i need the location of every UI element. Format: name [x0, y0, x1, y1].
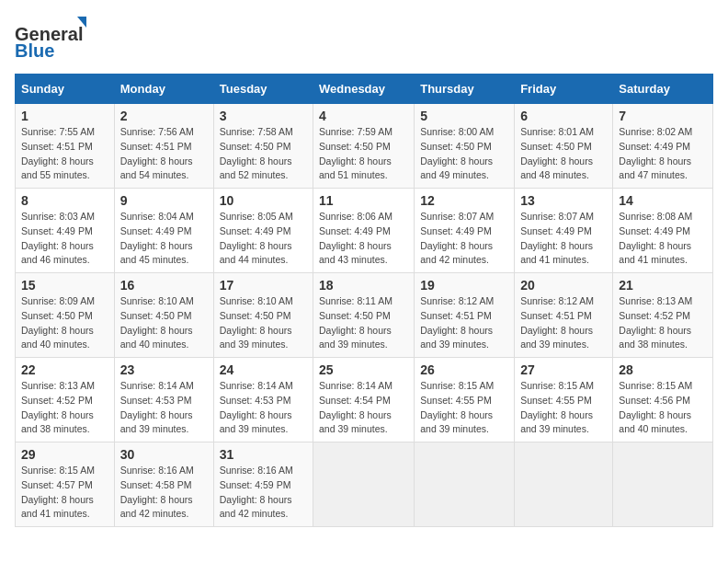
calendar-cell: 3 Sunrise: 7:58 AM Sunset: 4:50 PM Dayli…: [213, 104, 313, 189]
day-info: Sunrise: 8:07 AM Sunset: 4:49 PM Dayligh…: [520, 210, 607, 268]
dow-header-friday: Friday: [515, 75, 613, 104]
day-number: 10: [220, 193, 307, 208]
day-number: 7: [619, 109, 707, 123]
calendar-cell: 13 Sunrise: 8:07 AM Sunset: 4:49 PM Dayl…: [515, 189, 613, 273]
day-info: Sunrise: 8:13 AM Sunset: 4:52 PM Dayligh…: [619, 294, 707, 352]
calendar-cell: 12 Sunrise: 8:07 AM Sunset: 4:49 PM Dayl…: [415, 189, 515, 273]
day-info: Sunrise: 8:03 AM Sunset: 4:49 PM Dayligh…: [21, 210, 108, 268]
calendar-cell: 28 Sunrise: 8:15 AM Sunset: 4:56 PM Dayl…: [613, 358, 713, 442]
calendar-cell: 6 Sunrise: 8:01 AM Sunset: 4:50 PM Dayli…: [515, 104, 613, 189]
calendar-cell: 27 Sunrise: 8:15 AM Sunset: 4:55 PM Dayl…: [515, 358, 613, 442]
day-number: 5: [420, 109, 508, 123]
day-number: 19: [420, 278, 508, 293]
day-number: 14: [619, 193, 707, 208]
calendar-cell: [613, 442, 713, 527]
calendar-cell: 2 Sunrise: 7:56 AM Sunset: 4:51 PM Dayli…: [114, 104, 213, 189]
day-info: Sunrise: 8:01 AM Sunset: 4:50 PM Dayligh…: [520, 125, 607, 183]
day-number: 6: [520, 109, 607, 123]
day-info: Sunrise: 7:59 AM Sunset: 4:50 PM Dayligh…: [319, 125, 408, 183]
calendar-cell: 29 Sunrise: 8:15 AM Sunset: 4:57 PM Dayl…: [16, 442, 115, 527]
page-header: General Blue: [15, 15, 713, 64]
dow-header-saturday: Saturday: [613, 75, 713, 104]
calendar-cell: 17 Sunrise: 8:10 AM Sunset: 4:50 PM Dayl…: [213, 273, 313, 358]
dow-header-tuesday: Tuesday: [213, 75, 313, 104]
day-info: Sunrise: 8:11 AM Sunset: 4:50 PM Dayligh…: [319, 294, 408, 352]
calendar-cell: [415, 442, 515, 527]
dow-header-wednesday: Wednesday: [313, 75, 415, 104]
day-number: 21: [619, 278, 707, 293]
day-number: 31: [220, 447, 307, 462]
day-number: 12: [420, 193, 508, 208]
day-info: Sunrise: 8:15 AM Sunset: 4:55 PM Dayligh…: [520, 379, 607, 437]
calendar-cell: 30 Sunrise: 8:16 AM Sunset: 4:58 PM Dayl…: [114, 442, 213, 527]
dow-header-sunday: Sunday: [16, 75, 115, 104]
calendar-cell: 1 Sunrise: 7:55 AM Sunset: 4:51 PM Dayli…: [16, 104, 115, 189]
calendar-cell: 16 Sunrise: 8:10 AM Sunset: 4:50 PM Dayl…: [114, 273, 213, 358]
day-number: 22: [21, 362, 108, 377]
calendar-cell: 22 Sunrise: 8:13 AM Sunset: 4:52 PM Dayl…: [16, 358, 115, 442]
calendar-cell: 24 Sunrise: 8:14 AM Sunset: 4:53 PM Dayl…: [213, 358, 313, 442]
calendar-cell: 5 Sunrise: 8:00 AM Sunset: 4:50 PM Dayli…: [415, 104, 515, 189]
day-number: 29: [21, 447, 108, 462]
day-info: Sunrise: 8:12 AM Sunset: 4:51 PM Dayligh…: [420, 294, 508, 352]
day-info: Sunrise: 8:00 AM Sunset: 4:50 PM Dayligh…: [420, 125, 508, 183]
day-number: 16: [120, 278, 208, 293]
calendar-cell: 14 Sunrise: 8:08 AM Sunset: 4:49 PM Dayl…: [613, 189, 713, 273]
calendar-cell: 21 Sunrise: 8:13 AM Sunset: 4:52 PM Dayl…: [613, 273, 713, 358]
day-info: Sunrise: 8:16 AM Sunset: 4:59 PM Dayligh…: [220, 464, 307, 522]
calendar-cell: 20 Sunrise: 8:12 AM Sunset: 4:51 PM Dayl…: [515, 273, 613, 358]
day-number: 8: [21, 193, 108, 208]
day-info: Sunrise: 8:07 AM Sunset: 4:49 PM Dayligh…: [420, 210, 508, 268]
calendar-cell: 10 Sunrise: 8:05 AM Sunset: 4:49 PM Dayl…: [213, 189, 313, 273]
day-info: Sunrise: 8:12 AM Sunset: 4:51 PM Dayligh…: [520, 294, 607, 352]
calendar-cell: 15 Sunrise: 8:09 AM Sunset: 4:50 PM Dayl…: [16, 273, 115, 358]
day-info: Sunrise: 8:15 AM Sunset: 4:55 PM Dayligh…: [420, 379, 508, 437]
calendar-cell: 19 Sunrise: 8:12 AM Sunset: 4:51 PM Dayl…: [415, 273, 515, 358]
calendar-table: SundayMondayTuesdayWednesdayThursdayFrid…: [15, 74, 713, 527]
calendar-cell: 23 Sunrise: 8:14 AM Sunset: 4:53 PM Dayl…: [114, 358, 213, 442]
day-info: Sunrise: 7:58 AM Sunset: 4:50 PM Dayligh…: [220, 125, 307, 183]
calendar-cell: 7 Sunrise: 8:02 AM Sunset: 4:49 PM Dayli…: [613, 104, 713, 189]
day-info: Sunrise: 8:09 AM Sunset: 4:50 PM Dayligh…: [21, 294, 108, 352]
calendar-cell: 4 Sunrise: 7:59 AM Sunset: 4:50 PM Dayli…: [313, 104, 415, 189]
calendar-cell: 18 Sunrise: 8:11 AM Sunset: 4:50 PM Dayl…: [313, 273, 415, 358]
calendar-cell: 11 Sunrise: 8:06 AM Sunset: 4:49 PM Dayl…: [313, 189, 415, 273]
day-number: 17: [220, 278, 307, 293]
day-number: 27: [520, 362, 607, 377]
day-info: Sunrise: 7:56 AM Sunset: 4:51 PM Dayligh…: [120, 125, 208, 183]
day-number: 15: [21, 278, 108, 293]
day-number: 4: [319, 109, 408, 123]
day-info: Sunrise: 8:02 AM Sunset: 4:49 PM Dayligh…: [619, 125, 707, 183]
day-number: 20: [520, 278, 607, 293]
dow-header-monday: Monday: [114, 75, 213, 104]
day-number: 24: [220, 362, 307, 377]
day-info: Sunrise: 8:14 AM Sunset: 4:53 PM Dayligh…: [220, 379, 307, 437]
day-number: 18: [319, 278, 408, 293]
day-info: Sunrise: 8:13 AM Sunset: 4:52 PM Dayligh…: [21, 379, 108, 437]
day-info: Sunrise: 8:05 AM Sunset: 4:49 PM Dayligh…: [220, 210, 307, 268]
day-info: Sunrise: 8:10 AM Sunset: 4:50 PM Dayligh…: [220, 294, 307, 352]
calendar-cell: [313, 442, 415, 527]
day-info: Sunrise: 8:06 AM Sunset: 4:49 PM Dayligh…: [319, 210, 408, 268]
day-info: Sunrise: 8:14 AM Sunset: 4:53 PM Dayligh…: [120, 379, 208, 437]
day-number: 25: [319, 362, 408, 377]
logo: General Blue: [15, 15, 97, 64]
day-number: 2: [120, 109, 208, 123]
calendar-cell: [515, 442, 613, 527]
day-number: 26: [420, 362, 508, 377]
day-info: Sunrise: 8:16 AM Sunset: 4:58 PM Dayligh…: [120, 464, 208, 522]
day-number: 30: [120, 447, 208, 462]
calendar-cell: 8 Sunrise: 8:03 AM Sunset: 4:49 PM Dayli…: [16, 189, 115, 273]
day-number: 23: [120, 362, 208, 377]
day-number: 11: [319, 193, 408, 208]
day-info: Sunrise: 8:15 AM Sunset: 4:56 PM Dayligh…: [619, 379, 707, 437]
day-number: 3: [220, 109, 307, 123]
day-info: Sunrise: 8:14 AM Sunset: 4:54 PM Dayligh…: [319, 379, 408, 437]
svg-text:Blue: Blue: [15, 40, 54, 61]
calendar-cell: 25 Sunrise: 8:14 AM Sunset: 4:54 PM Dayl…: [313, 358, 415, 442]
day-info: Sunrise: 8:04 AM Sunset: 4:49 PM Dayligh…: [120, 210, 208, 268]
day-info: Sunrise: 8:15 AM Sunset: 4:57 PM Dayligh…: [21, 464, 108, 522]
day-number: 9: [120, 193, 208, 208]
day-number: 1: [21, 109, 108, 123]
calendar-cell: 26 Sunrise: 8:15 AM Sunset: 4:55 PM Dayl…: [415, 358, 515, 442]
